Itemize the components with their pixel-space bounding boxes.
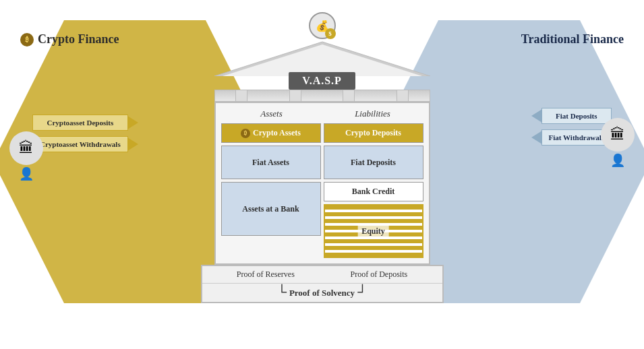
bank-columns	[214, 90, 430, 102]
right-bank-building-icon: 🏛	[601, 118, 635, 152]
proof-of-solvency: Proof of Solvency	[289, 288, 355, 298]
vasp-header: 💰 $ V.A.S.P	[187, 12, 457, 102]
crypto-finance-label: ₿ Crypto Finance	[20, 32, 119, 46]
fiat-deposits-cell: Fiat Deposits	[324, 146, 423, 179]
fiat-assets-cell: Fiat Assets	[221, 146, 321, 179]
left-bank-building-icon: 🏛	[9, 131, 43, 165]
solvency-bracket-left: └	[277, 285, 287, 298]
assets-header: Assets	[221, 108, 322, 119]
proof-row: Proof of Reserves Proof of Deposits	[202, 266, 442, 284]
vasp-coin-icon: 💰 $	[309, 12, 336, 39]
cryptoasset-withdrawals-box: Cryptoasset Withdrawals	[32, 136, 128, 152]
right-bank-icon: 🏛 👤	[601, 118, 635, 168]
vasp-dollar-badge: $	[325, 28, 336, 39]
proof-of-deposits: Proof of Deposits	[350, 269, 407, 280]
crypto-assets-cell: ₿ Crypto Assets	[221, 123, 321, 143]
pediment-wrapper: V.A.S.P	[214, 39, 430, 90]
bank-body: Assets Liabilities ₿ Crypto Assets Fiat …	[214, 102, 430, 265]
diagram-container: ₿ Crypto Finance Traditional Finance Cry…	[0, 0, 644, 349]
traditional-finance-label: Traditional Finance	[521, 32, 624, 46]
column-4	[397, 90, 409, 101]
bank-foundation: Proof of Reserves Proof of Deposits └ Pr…	[201, 265, 444, 303]
balance-sheet-content: ₿ Crypto Assets Fiat Assets Assets at a …	[221, 123, 423, 258]
equity-cell: Equity	[324, 204, 423, 258]
left-arrow-boxes: Cryptoasset Deposits Cryptoasset Withdra…	[32, 115, 128, 152]
left-person-icon: 👤	[19, 166, 34, 181]
liabilities-header: Liabilities	[322, 108, 423, 119]
balance-sheet-headers: Assets Liabilities	[221, 108, 423, 119]
bank-credit-cell: Bank Credit	[324, 182, 423, 201]
column-1	[235, 90, 247, 101]
svg-marker-1	[223, 44, 422, 76]
vasp-label: V.A.S.P	[289, 72, 355, 90]
equity-label: Equity	[357, 225, 389, 238]
cryptoasset-deposits-box: Cryptoasset Deposits	[32, 115, 128, 131]
crypto-coin-icon: ₿	[20, 33, 34, 46]
assets-at-bank-cell: Assets at a Bank	[221, 182, 321, 236]
assets-column: ₿ Crypto Assets Fiat Assets Assets at a …	[221, 123, 321, 258]
crypto-deposits-cell: Crypto Deposits	[324, 123, 423, 143]
solvency-bracket-right: ┘	[357, 285, 367, 298]
left-bank-icon: 🏛 👤	[9, 131, 43, 181]
bank-building: 💰 $ V.A.S.P	[187, 12, 457, 303]
right-person-icon: 👤	[610, 153, 625, 168]
pediment-svg	[214, 39, 430, 76]
proof-of-reserves: Proof of Reserves	[237, 269, 295, 280]
column-3	[343, 90, 355, 101]
solvency-row: └ Proof of Solvency ┘	[202, 284, 442, 302]
column-2	[289, 90, 301, 101]
crypto-assets-icon: ₿	[241, 129, 250, 138]
pediment-shape	[214, 39, 430, 76]
liabilities-column: Crypto Deposits Fiat Deposits Bank Credi…	[324, 123, 423, 258]
